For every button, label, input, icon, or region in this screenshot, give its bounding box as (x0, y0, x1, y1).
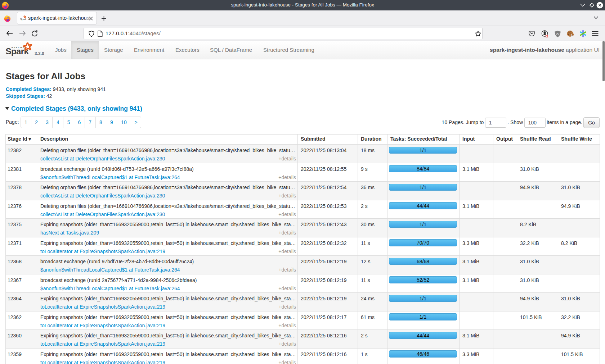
svg-text:Spark: Spark (20, 18, 26, 21)
svg-text:UO: UO (556, 32, 559, 35)
